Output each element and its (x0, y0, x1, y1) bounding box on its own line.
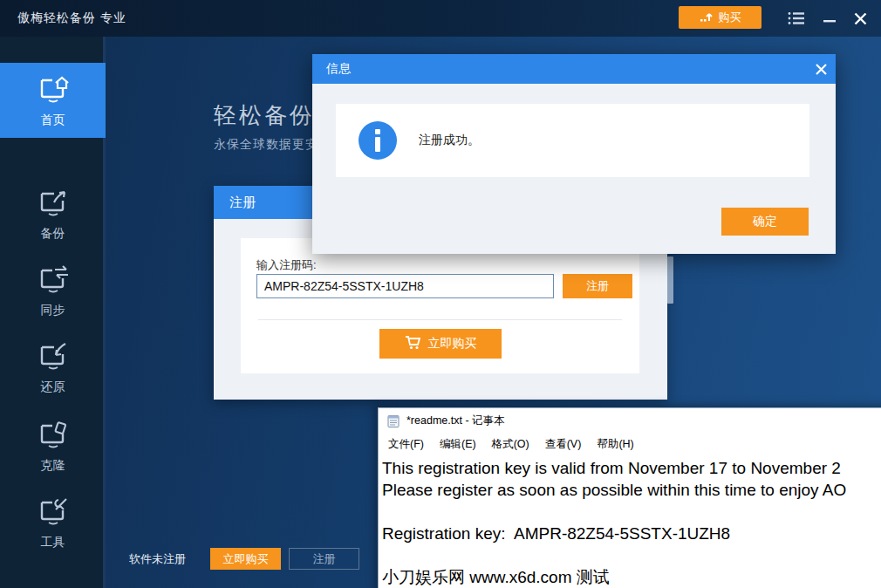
scrollbar-thumb[interactable] (667, 256, 673, 304)
menu-item-view[interactable]: 查看(V) (537, 434, 590, 455)
sidebar-item-restore[interactable]: 还原 (0, 330, 106, 405)
notepad-content[interactable]: This registration key is valid from Nove… (379, 455, 881, 588)
minimize-icon (823, 11, 837, 25)
close-icon (816, 64, 827, 75)
register-code-input[interactable] (256, 274, 554, 298)
app-title: 傲梅轻松备份 专业 (17, 10, 126, 26)
register-form: 输入注册码: 注册 立即购买 (241, 238, 639, 373)
notepad-menubar: 文件(F) 编辑(E) 格式(O) 查看(V) 帮助(H) (379, 434, 881, 455)
notepad-line: Please register as soon as possible with… (382, 479, 881, 501)
close-button[interactable] (848, 7, 872, 30)
sidebar-item-label: 同步 (41, 303, 65, 318)
buy-now-button[interactable]: 立即购买 (379, 329, 502, 359)
monitor-restore-icon (35, 340, 72, 373)
status-register-button[interactable]: 注册 (289, 548, 359, 570)
notepad-icon (386, 414, 400, 428)
notepad-line (382, 501, 881, 523)
cart-icon (405, 335, 421, 352)
dialog-message: 注册成功。 (419, 133, 480, 148)
sidebar-item-label: 克隆 (41, 458, 65, 474)
app-window: 傲梅轻松备份 专业 购买 (0, 0, 881, 588)
close-icon (854, 12, 867, 25)
monitor-backup-icon (35, 187, 72, 220)
menu-item-format[interactable]: 格式(O) (484, 434, 537, 455)
monitor-tools-icon (35, 496, 72, 529)
sidebar-item-label: 首页 (41, 113, 65, 128)
menu-item-edit[interactable]: 编辑(E) (432, 434, 484, 455)
notepad-line: This registration key is valid from Nove… (382, 457, 881, 479)
ok-button[interactable]: 确定 (721, 208, 809, 236)
minimize-button[interactable] (818, 7, 841, 30)
sidebar-item-tools[interactable]: 工具 (0, 485, 106, 560)
monitor-sync-icon (35, 263, 72, 297)
sidebar: 首页 备份 同步 还原 (0, 37, 106, 588)
info-dialog: 信息 注册成功。 确定 (312, 54, 836, 254)
dialog-titlebar: 信息 (312, 54, 836, 84)
notepad-line (382, 544, 881, 566)
dialog-message-box: 注册成功。 (336, 104, 809, 177)
notepad-line: Registration key: AMPR-82Z54-5SSTX-1UZH8 (382, 523, 881, 544)
notepad-title: *readme.txt - 记事本 (406, 414, 505, 428)
register-panel-title: 注册 (229, 195, 256, 211)
page-title: 轻松备份 (214, 100, 315, 131)
buy-button-label: 购买 (719, 10, 741, 25)
menu-item-file[interactable]: 文件(F) (380, 434, 432, 455)
monitor-home-icon (35, 73, 72, 106)
menu-icon[interactable] (786, 10, 807, 26)
info-icon (359, 121, 397, 160)
status-text: 软件未注册 (129, 551, 186, 567)
register-submit-button[interactable]: 注册 (563, 274, 632, 298)
sidebar-item-backup[interactable]: 备份 (0, 176, 106, 251)
status-buy-button[interactable]: 立即购买 (210, 548, 281, 570)
sidebar-item-label: 备份 (41, 226, 65, 242)
menu-item-help[interactable]: 帮助(H) (589, 434, 641, 455)
sidebar-item-label: 还原 (41, 379, 65, 395)
buy-button[interactable]: 购买 (679, 6, 761, 29)
titlebar: 傲梅轻松备份 专业 购买 (0, 0, 881, 37)
buy-now-label: 立即购买 (428, 336, 477, 352)
sidebar-item-home[interactable]: 首页 (0, 63, 106, 138)
dialog-close-button[interactable] (806, 54, 836, 84)
notepad-window: *readme.txt - 记事本 文件(F) 编辑(E) 格式(O) 查看(V… (378, 407, 881, 588)
upgrade-icon (700, 10, 714, 25)
notepad-line: 小刀娱乐网 www.x6d.com 测试 (382, 566, 881, 588)
sidebar-item-clone[interactable]: 克隆 (0, 408, 106, 483)
monitor-clone-icon (35, 419, 72, 452)
sidebar-item-label: 工具 (41, 535, 65, 550)
dialog-title: 信息 (326, 61, 806, 77)
sidebar-item-sync[interactable]: 同步 (0, 253, 106, 328)
divider (258, 319, 622, 320)
notepad-titlebar[interactable]: *readme.txt - 记事本 (379, 408, 881, 434)
register-code-label: 输入注册码: (256, 257, 317, 273)
